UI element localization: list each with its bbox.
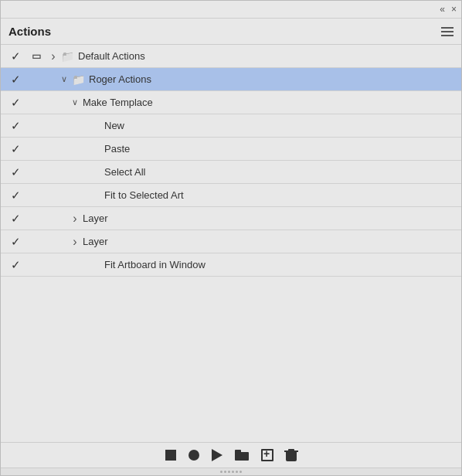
check-mark-icon: ✓ [11, 142, 21, 156]
row-label: Roger Actions [89, 73, 151, 85]
list-item[interactable]: ✓›Layer [1, 230, 461, 253]
play-button[interactable] [212, 449, 223, 461]
grip-dots [220, 471, 242, 473]
check-col: ✓ [4, 258, 27, 272]
trash-icon [286, 449, 297, 461]
check-col: ✓ [4, 119, 27, 133]
check-mark-icon: ✓ [11, 49, 21, 63]
chevron-col: › [67, 212, 83, 226]
check-mark-icon: ✓ [11, 96, 21, 110]
list-item[interactable]: ✓∨Make Templace [1, 91, 461, 114]
chevron-right-icon[interactable]: › [51, 49, 55, 63]
open-button[interactable] [235, 450, 249, 461]
row-label: Select All [104, 166, 145, 178]
check-col: ✓ [4, 73, 27, 87]
minus-col: ▭ [27, 50, 46, 62]
chevron-down-icon[interactable]: ∨ [61, 74, 67, 84]
check-col: ✓ [4, 189, 27, 202]
list-item[interactable]: ✓Paste [1, 138, 461, 161]
panel-menu-button[interactable] [441, 27, 454, 36]
grip-dot [236, 471, 238, 473]
row-label: Make Templace [83, 97, 153, 108]
list-item[interactable]: ✓New [1, 114, 461, 138]
grip-dot [239, 471, 242, 473]
chevron-down-icon[interactable]: ∨ [72, 97, 78, 107]
row-label: Fit to Selected Art [104, 189, 184, 201]
new-icon [261, 449, 273, 461]
check-mark-icon: ✓ [11, 73, 21, 87]
stop-button[interactable] [165, 450, 176, 461]
title-bar: « × [1, 1, 461, 19]
check-mark-icon: ✓ [11, 212, 21, 226]
panel-title: Actions [8, 25, 51, 38]
check-col: ✓ [4, 49, 27, 63]
check-col: ✓ [4, 212, 27, 226]
check-col: ✓ [4, 142, 27, 156]
list-item[interactable]: ✓›Layer [1, 207, 461, 230]
minus-icon: ▭ [32, 50, 41, 62]
check-col: ✓ [4, 235, 27, 249]
chevron-col: ∨ [67, 97, 83, 107]
grip-bar [1, 468, 461, 475]
chevron-col: › [46, 49, 61, 63]
check-mark-icon: ✓ [11, 235, 21, 249]
chevron-right-icon[interactable]: › [73, 235, 76, 249]
row-label: Layer [83, 236, 108, 247]
title-bar-icons: « × [440, 4, 457, 15]
record-icon [189, 450, 199, 461]
grip-dot [232, 471, 234, 473]
chevron-col: ∨ [56, 74, 72, 84]
list-item[interactable]: ✓Fit to Selected Art [1, 184, 461, 207]
check-mark-icon: ✓ [11, 119, 21, 133]
folder-icon: 📁 [61, 50, 74, 63]
new-item-button[interactable] [261, 449, 273, 461]
row-label: Fit Artboard in Window [104, 259, 206, 270]
grip-dot [228, 471, 230, 473]
check-col: ✓ [4, 165, 27, 179]
record-button[interactable] [189, 450, 199, 461]
list-item[interactable]: ✓∨📁Roger Actions [1, 68, 461, 91]
check-mark-icon: ✓ [11, 189, 21, 202]
play-icon [212, 449, 223, 461]
row-label: Default Actions [78, 50, 145, 62]
actions-panel: « × Actions ✓▭›📁Default Actions✓∨📁Roger … [0, 0, 462, 476]
grip-dot [224, 471, 226, 473]
check-col: ✓ [4, 96, 27, 110]
toolbar [1, 442, 461, 468]
delete-button[interactable] [286, 449, 297, 461]
row-label: New [104, 120, 124, 131]
check-mark-icon: ✓ [11, 258, 21, 272]
folder-icon [235, 450, 249, 461]
stop-icon [165, 450, 176, 461]
collapse-icon[interactable]: « [440, 4, 445, 15]
row-label: Paste [104, 143, 130, 155]
list-item[interactable]: ✓Fit Artboard in Window [1, 253, 461, 277]
folder-icon: 📁 [72, 73, 85, 86]
row-label: Layer [83, 212, 108, 224]
list-item[interactable]: ✓Select All [1, 161, 461, 184]
list-item[interactable]: ✓▭›📁Default Actions [1, 45, 461, 68]
panel-header: Actions [1, 19, 461, 45]
close-icon[interactable]: × [451, 4, 457, 15]
check-mark-icon: ✓ [11, 165, 21, 179]
chevron-right-icon[interactable]: › [73, 212, 76, 226]
actions-list: ✓▭›📁Default Actions✓∨📁Roger Actions✓∨Mak… [1, 45, 461, 442]
chevron-col: › [67, 235, 83, 249]
grip-dot [220, 471, 223, 473]
